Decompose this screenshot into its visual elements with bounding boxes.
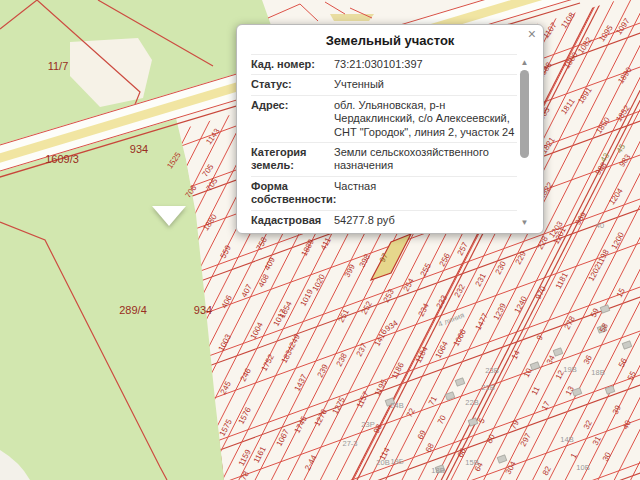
quarter-label: 934 <box>130 143 148 155</box>
popup-tail <box>152 206 186 226</box>
quarter-label: 1609/3 <box>45 153 79 165</box>
scroll-thumb[interactable] <box>520 70 529 158</box>
field-value: Земли сельскохозяйственного назначения <box>334 146 517 173</box>
field-label: Форма собственности: <box>251 180 334 207</box>
popup-title: Земельный участок <box>237 25 543 54</box>
parcel-number: 15В <box>465 458 478 467</box>
field-label: Кадастровая стоимость: <box>251 214 334 230</box>
popup-row: Форма собственности:Частная <box>251 176 517 210</box>
field-value: 73:21:030101:397 <box>334 58 517 71</box>
popup-row: Адрес:обл. Ульяновская, р-н Чердаклински… <box>251 95 517 142</box>
parcel-number: 19Б <box>390 457 403 466</box>
parcel-number: 10В <box>576 463 589 472</box>
cadastral-map-app: 1143152570570570618801108110710971095108… <box>0 0 640 480</box>
field-value: Частная <box>334 180 517 207</box>
sand-patch <box>330 14 374 21</box>
parcel-number: 23Р <box>361 420 374 429</box>
parcel-number: 24В <box>390 401 403 410</box>
parcel-number: 18В <box>431 466 444 475</box>
scroll-down-arrow[interactable]: ▼ <box>519 218 530 227</box>
popup-row: Кадастровая стоимость:54277.8 руб <box>251 210 517 230</box>
quarter-label: 289/4 <box>119 304 147 316</box>
parcel-number: 19В <box>563 365 576 374</box>
field-value: Учтенный <box>334 78 517 91</box>
parcel-number: 40 <box>596 221 604 230</box>
parcel-number: 14В <box>560 435 573 444</box>
quarter-label: 934 <box>194 304 212 316</box>
parcel-number: 22В <box>465 398 478 407</box>
popup-rows: Кад. номер:73:21:030101:397Статус:Учтенн… <box>251 54 517 230</box>
field-label: Адрес: <box>251 99 334 139</box>
field-label: Кад. номер: <box>251 58 334 71</box>
field-label: Статус: <box>251 78 334 91</box>
parcel-number: 21В <box>481 383 494 392</box>
parcel-info-popup: × Земельный участок Кад. номер:73:21:030… <box>236 24 544 234</box>
field-label: Категория земель: <box>251 146 334 173</box>
popup-row: Категория земель:Земли сельскохозяйствен… <box>251 142 517 176</box>
popup-row: Статус:Учтенный <box>251 74 517 94</box>
scroll-up-arrow[interactable]: ▲ <box>519 58 530 67</box>
close-icon[interactable]: × <box>528 27 536 41</box>
popup-row: Кад. номер:73:21:030101:397 <box>251 54 517 74</box>
quarter-label: 11/7 <box>48 60 69 72</box>
parcel-number: 20В <box>376 458 389 467</box>
popup-scrollbar: ▲ ▼ <box>519 58 530 227</box>
parcel-number: 27-3 <box>342 439 357 448</box>
field-value: обл. Ульяновская, р-н Чердаклинский, с/о… <box>334 99 517 139</box>
parcel-number: 18В <box>591 368 604 377</box>
parcel-number: 23В <box>485 366 498 375</box>
field-value: 54277.8 руб <box>334 214 517 230</box>
